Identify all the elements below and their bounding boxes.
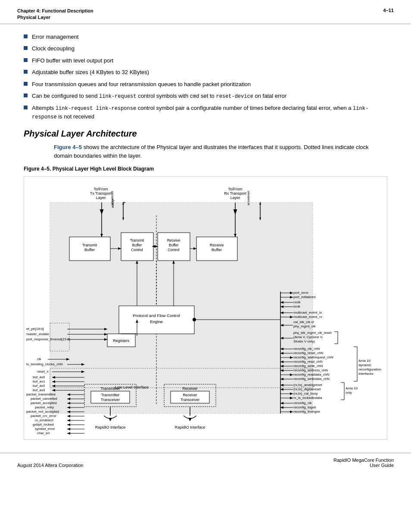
- svg-text:(rx,tx)_digitalreset: (rx,tx)_digitalreset: [293, 387, 321, 391]
- svg-text:reconfig_fromgxb: reconfig_fromgxb: [293, 410, 320, 414]
- svg-marker-208: [67, 419, 70, 422]
- svg-marker-74: [188, 418, 192, 421]
- svg-text:Buffer: Buffer: [84, 248, 95, 252]
- svg-text:reconfig_waitrequest_chN: reconfig_waitrequest_chN: [293, 355, 333, 359]
- svg-text:reconfiguration: reconfiguration: [358, 367, 381, 371]
- bullet-icon: [24, 82, 28, 86]
- bullet-icon: [24, 106, 28, 109]
- bullet-icon: [24, 46, 28, 50]
- list-item: Can be configured to send link-request c…: [24, 92, 387, 100]
- page-footer: August 2014 Altera Corporation RapidIO M…: [0, 453, 411, 472]
- svg-text:(rx,tx)_cal_busy: (rx,tx)_cal_busy: [293, 392, 318, 395]
- svg-text:reconfig_writedata_chN: reconfig_writedata_chN: [293, 377, 330, 381]
- svg-text:packet_cancelled: packet_cancelled: [31, 397, 57, 401]
- list-item-text: Error management: [32, 33, 78, 41]
- svg-text:Transmitter: Transmitter: [100, 386, 120, 391]
- svg-text:Transmitter: Transmitter: [101, 393, 120, 397]
- svg-text:gxbpll_locked: gxbpll_locked: [33, 423, 53, 426]
- svg-text:packet_retry: packet_retry: [35, 405, 54, 409]
- bullet-icon: [24, 34, 28, 38]
- svg-text:tx_bonding_clocks_chN: tx_bonding_clocks_chN: [26, 362, 63, 366]
- svg-text:Arria 10: Arria 10: [358, 359, 371, 363]
- svg-text:atxoy!: atxoy!: [111, 199, 115, 208]
- svg-marker-217: [67, 432, 70, 435]
- svg-text:packet_accepted: packet_accepted: [31, 401, 57, 405]
- svg-text:reconfig_togxb: reconfig_togxb: [293, 405, 316, 409]
- svg-text:phy_blk_mgmt_clk_reset: phy_blk_mgmt_clk_reset: [293, 331, 332, 335]
- intro-paragraph: Figure 4–5 shows the architecture of the…: [24, 143, 387, 160]
- feature-list: Error management Clock decoupling FIFO b…: [24, 33, 387, 121]
- list-item: FIFO buffer with level output port: [24, 56, 387, 65]
- svg-text:Layer: Layer: [96, 196, 106, 200]
- svg-text:dynamic: dynamic: [358, 363, 371, 367]
- svg-text:(rx,tx)_analogreset: (rx,tx)_analogreset: [293, 383, 322, 387]
- bullet-icon: [24, 70, 28, 74]
- list-item-text: Four transmission queues and four retran…: [32, 80, 251, 89]
- svg-text:Buffer: Buffer: [212, 248, 222, 252]
- svg-text:packet_not_accepted: packet_not_accepted: [26, 410, 59, 414]
- svg-text:interfaces: interfaces: [358, 372, 374, 376]
- svg-text:Transmit: Transmit: [82, 243, 97, 247]
- page-header: Chapter 4: Functional Description Physic…: [0, 0, 411, 24]
- svg-marker-205: [67, 415, 70, 417]
- figure-link[interactable]: Figure 4–5: [54, 144, 82, 150]
- header-left: Chapter 4: Functional Description Physic…: [17, 8, 93, 21]
- svg-text:Control: Control: [131, 248, 143, 252]
- footer-left: August 2014 Altera Corporation: [17, 463, 84, 468]
- list-item-text: Attempts link-request link-response cont…: [32, 104, 387, 121]
- svg-text:packet_transmitted: packet_transmitted: [26, 392, 56, 396]
- svg-text:Receive: Receive: [210, 243, 224, 247]
- svg-text:txclk: txclk: [293, 305, 301, 308]
- svg-text:buf_av0: buf_av0: [33, 375, 45, 379]
- svg-text:cal_blk_clk or: cal_blk_clk or: [293, 320, 314, 324]
- page-number: 4–11: [383, 8, 394, 13]
- svg-text:Tx Transport: Tx Transport: [90, 191, 112, 196]
- svg-text:Rx Transport: Rx Transport: [224, 191, 246, 196]
- svg-text:Buffer: Buffer: [132, 243, 142, 247]
- list-item: Adjustable buffer sizes (4 KBytes to 32 …: [24, 68, 387, 77]
- svg-marker-211: [67, 423, 70, 426]
- svg-text:RapidIO Interface: RapidIO Interface: [175, 425, 206, 429]
- svg-text:To/From: To/From: [93, 187, 108, 191]
- svg-text:reset_n: reset_n: [37, 370, 49, 373]
- svg-text:Layer: Layer: [230, 196, 240, 200]
- svg-text:reconfig_clk: reconfig_clk: [293, 401, 312, 405]
- footer-right: RapidIO MegaCore Function User Guide: [333, 457, 394, 468]
- figure-label: Figure 4–5. Physical Layer High Level Bl…: [24, 166, 387, 172]
- bullet-icon: [24, 93, 28, 97]
- svg-text:Buffer: Buffer: [169, 243, 179, 247]
- list-item-text: Clock decoupling: [32, 44, 75, 53]
- chapter-title: Chapter 4: Functional Description: [17, 8, 93, 14]
- svg-text:port_initialized: port_initialized: [293, 295, 315, 299]
- svg-text:reconfig_clk_chN: reconfig_clk_chN: [293, 347, 320, 351]
- svg-text:Registers: Registers: [113, 339, 130, 343]
- footer-product: RapidIO MegaCore Function: [333, 457, 394, 463]
- svg-text:Control: Control: [168, 248, 180, 252]
- bullet-icon: [24, 58, 28, 62]
- svg-marker-71: [109, 418, 112, 421]
- section-title: Physical Layer: [17, 14, 93, 21]
- svg-text:Receiver: Receiver: [182, 386, 198, 391]
- svg-text:Receive: Receive: [167, 238, 181, 243]
- svg-text:Arria 10: Arria 10: [346, 386, 358, 390]
- svg-text:buf_av1: buf_av1: [33, 380, 45, 383]
- svg-text:packet_crc_error: packet_crc_error: [31, 414, 56, 418]
- svg-text:rx_errdetect: rx_errdetect: [35, 418, 53, 422]
- list-item: Error management: [24, 33, 387, 41]
- svg-text:Transceiver: Transceiver: [101, 398, 120, 402]
- svg-text:buf_av2: buf_av2: [33, 384, 45, 388]
- svg-text:rxclk: rxclk: [293, 300, 301, 304]
- svg-text:multicast_event_tx: multicast_event_tx: [293, 311, 322, 314]
- svg-text:phy_mgmt_clk: phy_mgmt_clk: [293, 324, 316, 328]
- list-item-text: FIFO buffer with level output port: [32, 56, 113, 65]
- svg-text:(Arria V, Cyclone V,: (Arria V, Cyclone V,: [293, 335, 323, 339]
- block-diagram: To/From Tx Transport Layer atxwlevel atx…: [24, 181, 387, 435]
- list-item: Four transmission queues and four retran…: [24, 80, 387, 89]
- svg-text:To/From: To/From: [228, 187, 242, 191]
- svg-text:Stratix V only): Stratix V only): [293, 339, 315, 343]
- list-item: Attempts link-request link-response cont…: [24, 104, 387, 121]
- intro-text: shows the architecture of the Physical l…: [54, 144, 369, 159]
- svg-text:Transceiver: Transceiver: [181, 398, 199, 402]
- svg-text:ef_ptr[15:0]: ef_ptr[15:0]: [26, 327, 44, 331]
- svg-text:arxwlevel: arxwlevel: [246, 191, 250, 205]
